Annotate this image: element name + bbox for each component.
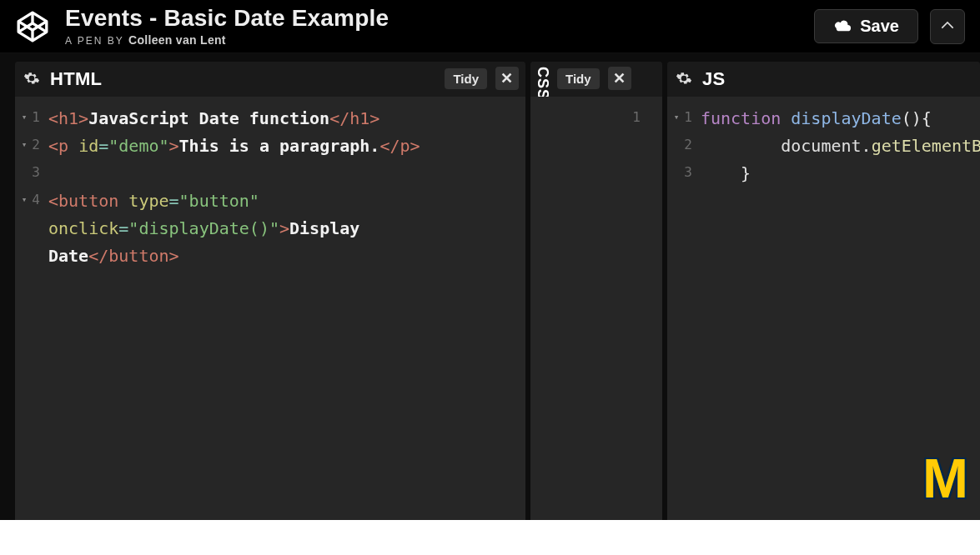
preview-pane[interactable] [0,520,980,555]
html-tidy-button[interactable]: Tidy [445,68,487,89]
save-button[interactable]: Save [814,9,918,43]
pen-title: Events - Basic Date Example [65,5,814,32]
fold-icon[interactable]: ▾ [22,110,28,125]
html-code-editor[interactable]: ▾1 <h1>JavaScript Date function</h1> ▾2 … [15,97,525,520]
fold-icon[interactable]: ▾ [674,110,680,125]
chevron-icon [939,18,956,35]
css-editor-pane: CSS Tidy ✕ 1 [530,62,662,520]
css-tidy-button[interactable]: Tidy [557,68,600,89]
css-code-editor[interactable]: 1 [530,97,662,520]
gear-icon[interactable] [23,70,42,88]
michigan-logo-icon: M [922,447,963,510]
byline-label: A PEN BY [65,35,124,47]
js-pane-title: JS [702,68,726,90]
pen-author[interactable]: Colleen van Lent [128,33,226,47]
save-button-label: Save [860,17,899,36]
pen-title-block: Events - Basic Date Example A PEN BY Col… [65,5,814,48]
css-pane-title: CSS [534,67,551,100]
html-editor-pane: HTML Tidy ✕ ▾1 <h1>JavaScript Date funct… [15,62,525,520]
css-close-button[interactable]: ✕ [608,67,631,90]
fold-icon[interactable]: ▾ [22,138,28,152]
pen-byline: A PEN BY Colleen van Lent [65,33,814,48]
html-pane-header: HTML Tidy ✕ [15,62,525,97]
codepen-logo-icon [15,9,50,44]
js-pane-header: JS [667,62,980,97]
editor-workspace: HTML Tidy ✕ ▾1 <h1>JavaScript Date funct… [0,53,980,520]
gear-icon[interactable] [676,70,694,88]
html-close-button[interactable]: ✕ [495,67,519,90]
css-pane-header: CSS Tidy ✕ [530,62,662,97]
html-pane-title: HTML [50,68,102,90]
cloud-icon [833,17,852,36]
secondary-button[interactable] [930,9,965,44]
top-bar: Events - Basic Date Example A PEN BY Col… [0,0,980,53]
fold-icon[interactable]: ▾ [22,192,28,208]
